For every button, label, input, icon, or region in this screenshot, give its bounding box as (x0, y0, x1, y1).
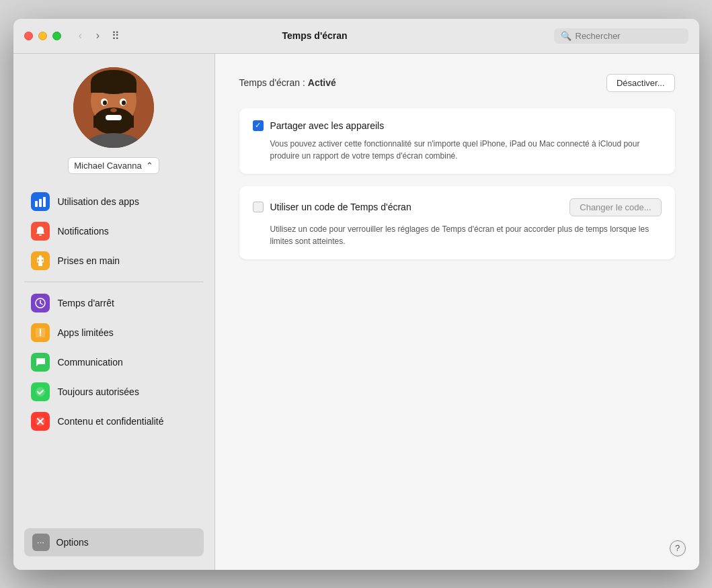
search-icon: 🔍 (561, 31, 571, 41)
search-bar[interactable]: 🔍 (554, 28, 688, 44)
fullscreen-button[interactable] (52, 32, 61, 40)
svg-rect-11 (106, 115, 122, 120)
svg-rect-20 (42, 259, 43, 261)
options-label: Options (56, 537, 89, 548)
sidebar-item-prises[interactable]: Prises en main (24, 247, 204, 275)
sidebar-item-label-utilisation: Utilisation des apps (58, 196, 139, 207)
options-icon: ··· (32, 534, 50, 551)
avatar (73, 67, 154, 148)
minimize-button[interactable] (38, 32, 47, 40)
content-area: Michael Cavanna ⌃ Utilisation des apps N… (13, 54, 699, 570)
svg-point-10 (110, 108, 117, 112)
user-selector[interactable]: Michael Cavanna ⌃ (68, 157, 159, 174)
code-label: Utiliser un code de Temps d'écran (270, 202, 411, 212)
prises-icon (31, 251, 50, 270)
code-checkbox[interactable] (253, 202, 264, 212)
options-button[interactable]: ··· Options (24, 528, 204, 556)
communication-icon (31, 353, 50, 372)
sidebar-item-label-toujours-autorisees: Toujours autorisées (58, 386, 139, 397)
sidebar-item-communication[interactable]: Communication (24, 348, 204, 376)
svg-rect-3 (91, 82, 136, 93)
sidebar-item-label-contenu: Contenu et confidentialité (58, 416, 164, 427)
sidebar-item-label-temps-arret: Temps d'arrêt (58, 298, 114, 308)
deactivate-button[interactable]: Désactiver... (606, 74, 675, 92)
user-name: Michael Cavanna (74, 161, 141, 171)
partager-description: Vous pouvez activer cette fonctionnalité… (270, 138, 662, 162)
utilisation-icon (31, 192, 50, 211)
notifications-icon (31, 222, 50, 241)
status-text: Temps d'écran : Activé (239, 77, 336, 88)
question-mark-icon: ? (675, 543, 680, 553)
sidebar: Michael Cavanna ⌃ Utilisation des apps N… (13, 54, 215, 570)
sidebar-item-toujours-autorisees[interactable]: Toujours autorisées (24, 378, 204, 406)
temps-arret-icon (31, 294, 50, 312)
ellipsis-icon: ··· (37, 537, 44, 547)
traffic-lights (24, 32, 61, 40)
svg-rect-13 (35, 201, 38, 207)
partager-checkbox-row: ✓ Partager avec les appareils (253, 120, 662, 131)
sidebar-footer: ··· Options (24, 521, 204, 556)
sidebar-item-apps-limitees[interactable]: Apps limitées (24, 319, 204, 347)
sidebar-item-contenu[interactable]: Contenu et confidentialité (24, 407, 204, 435)
partager-label: Partager avec les appareils (270, 120, 385, 131)
apps-limitees-icon (31, 323, 50, 342)
user-profile: Michael Cavanna ⌃ (24, 67, 204, 174)
svg-rect-19 (38, 259, 39, 261)
avatar-illustration (73, 67, 154, 148)
change-code-button[interactable]: Changer le code... (569, 198, 661, 216)
status-value: Activé (308, 77, 336, 88)
partager-checkbox[interactable]: ✓ (253, 120, 264, 131)
sidebar-item-temps-arret[interactable]: Temps d'arrêt (24, 289, 204, 317)
main-window: ‹ › ⠿ Temps d'écran 🔍 (13, 19, 699, 570)
sidebar-section-2: Temps d'arrêt Apps limitées Communicatio… (24, 289, 204, 435)
partager-section: ✓ Partager avec les appareils Vous pouve… (239, 108, 675, 174)
status-row: Temps d'écran : Activé Désactiver... (239, 74, 675, 92)
svg-rect-18 (38, 263, 42, 266)
close-button[interactable] (24, 32, 33, 40)
sidebar-item-utilisation[interactable]: Utilisation des apps (24, 187, 204, 216)
svg-point-9 (122, 100, 126, 105)
sidebar-item-label-prises: Prises en main (58, 255, 120, 266)
sidebar-item-notifications[interactable]: Notifications (24, 217, 204, 245)
window-title: Temps d'écran (76, 30, 554, 41)
toujours-autorisees-icon (31, 382, 50, 401)
code-row-left: Utiliser un code de Temps d'écran (253, 202, 411, 212)
chevron-down-icon: ⌃ (146, 161, 153, 171)
sidebar-item-label-apps-limitees: Apps limitées (58, 327, 114, 338)
svg-rect-14 (39, 199, 42, 207)
code-row: Utiliser un code de Temps d'écran Change… (253, 198, 662, 216)
main-panel: Temps d'écran : Activé Désactiver... ✓ P… (215, 54, 699, 570)
sidebar-item-label-notifications: Notifications (58, 226, 109, 237)
svg-rect-15 (43, 197, 46, 207)
svg-point-8 (103, 100, 107, 105)
help-button[interactable]: ? (670, 540, 686, 556)
sidebar-item-label-communication: Communication (58, 357, 123, 368)
code-section: Utiliser un code de Temps d'écran Change… (239, 186, 675, 259)
sidebar-section-1: Utilisation des apps Notifications Prise… (24, 187, 204, 275)
titlebar: ‹ › ⠿ Temps d'écran 🔍 (13, 19, 699, 54)
sidebar-divider-1 (24, 282, 204, 282)
code-description: Utilisez un code pour verrouiller les ré… (270, 223, 662, 247)
contenu-icon (31, 412, 50, 431)
search-input[interactable] (576, 31, 682, 41)
